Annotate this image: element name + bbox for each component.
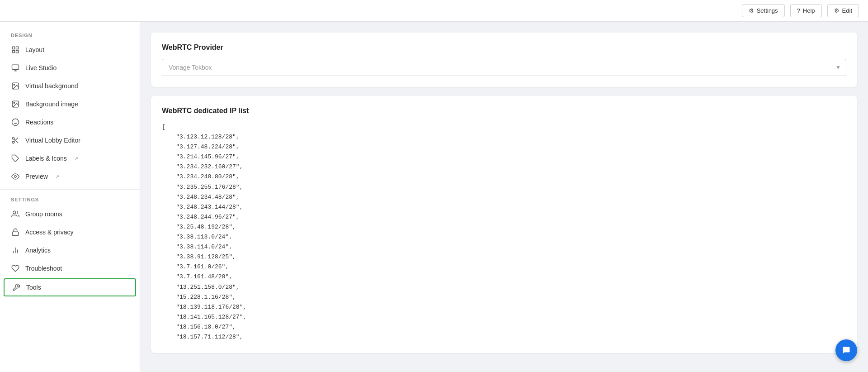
sidebar-item-reactions[interactable]: Reactions bbox=[0, 113, 140, 131]
webrtc-provider-card: WebRTC Provider Vonage Tokbox Twilio Ago… bbox=[151, 33, 857, 87]
external-link-icon-preview: ↗ bbox=[55, 174, 59, 180]
edit-icon: ⚙ bbox=[834, 7, 840, 14]
svg-line-17 bbox=[16, 141, 18, 143]
main-layout: DESIGN Layout Live Studio bbox=[0, 22, 868, 372]
sidebar-item-label-access-privacy: Access & privacy bbox=[25, 229, 74, 236]
webrtc-provider-select-wrapper: Vonage Tokbox Twilio Agora ▼ bbox=[162, 59, 846, 76]
ip-list-content: [ "3.123.12.128/28", "3.127.48.224/28", … bbox=[162, 122, 846, 342]
webrtc-provider-title: WebRTC Provider bbox=[162, 43, 846, 52]
settings-button[interactable]: ⚙ Settings bbox=[742, 4, 785, 17]
sidebar-item-label-tools: Tools bbox=[26, 284, 41, 291]
sidebar-item-label-preview: Preview bbox=[25, 173, 48, 180]
svg-point-10 bbox=[14, 102, 14, 103]
sidebar-item-virtual-background[interactable]: Virtual background bbox=[0, 77, 140, 95]
sidebar-item-label-labels-icons: Labels & Icons bbox=[25, 155, 67, 162]
sidebar-item-tools[interactable]: Tools bbox=[4, 278, 136, 296]
help-button[interactable]: ? Help bbox=[790, 4, 822, 17]
sidebar-item-label-reactions: Reactions bbox=[25, 119, 53, 126]
svg-rect-0 bbox=[12, 47, 14, 49]
webrtc-ip-list-title: WebRTC dedicated IP list bbox=[162, 107, 846, 115]
settings-section-label: SETTINGS bbox=[0, 193, 140, 205]
monitor-icon bbox=[11, 63, 20, 72]
svg-point-21 bbox=[13, 211, 16, 214]
sidebar-item-label-background-image: Background image bbox=[25, 100, 78, 108]
sidebar-item-group-rooms[interactable]: Group rooms bbox=[0, 205, 140, 223]
sidebar-item-labels-icons[interactable]: Labels & Icons ↗ bbox=[0, 149, 140, 167]
sidebar-item-background-image[interactable]: Background image bbox=[0, 95, 140, 113]
image-icon bbox=[11, 100, 20, 109]
topbar: ⚙ Settings ? Help ⚙ Edit bbox=[0, 0, 868, 22]
sidebar-divider bbox=[0, 189, 140, 190]
chat-button[interactable] bbox=[835, 339, 857, 361]
webrtc-ip-list-card: WebRTC dedicated IP list [ "3.123.12.128… bbox=[151, 96, 857, 353]
sidebar-item-label-layout: Layout bbox=[25, 46, 44, 53]
users-icon bbox=[11, 210, 20, 219]
svg-point-11 bbox=[12, 119, 19, 126]
wrench-icon bbox=[12, 283, 21, 292]
smile-icon bbox=[11, 118, 20, 127]
svg-line-18 bbox=[14, 139, 15, 140]
tag-icon bbox=[11, 154, 20, 163]
svg-point-8 bbox=[14, 84, 14, 85]
sidebar-item-label-virtual-lobby-editor: Virtual Lobby Editor bbox=[25, 137, 80, 144]
settings-icon: ⚙ bbox=[749, 7, 754, 14]
sidebar: DESIGN Layout Live Studio bbox=[0, 22, 140, 372]
sidebar-item-analytics[interactable]: Analytics bbox=[0, 241, 140, 259]
help-icon: ? bbox=[797, 7, 800, 14]
svg-point-14 bbox=[12, 137, 14, 139]
lock-icon bbox=[11, 228, 20, 237]
edit-button[interactable]: ⚙ Edit bbox=[827, 4, 859, 17]
svg-point-15 bbox=[12, 141, 14, 143]
sidebar-item-label-live-studio: Live Studio bbox=[25, 64, 57, 72]
sidebar-item-label-troubleshoot: Troubleshoot bbox=[25, 265, 62, 272]
grid-icon bbox=[11, 45, 20, 54]
external-link-icon-labels: ↗ bbox=[74, 156, 78, 162]
svg-rect-22 bbox=[12, 232, 19, 235]
sidebar-item-layout[interactable]: Layout bbox=[0, 41, 140, 59]
sidebar-item-access-privacy[interactable]: Access & privacy bbox=[0, 223, 140, 241]
sidebar-item-live-studio[interactable]: Live Studio bbox=[0, 59, 140, 77]
content-area: WebRTC Provider Vonage Tokbox Twilio Ago… bbox=[140, 22, 868, 372]
eye-icon bbox=[11, 172, 20, 181]
sidebar-item-virtual-lobby-editor[interactable]: Virtual Lobby Editor bbox=[0, 131, 140, 149]
heart-icon bbox=[11, 264, 20, 273]
scissors-icon bbox=[11, 136, 20, 145]
sidebar-item-label-group-rooms: Group rooms bbox=[25, 210, 62, 218]
svg-rect-1 bbox=[16, 47, 19, 49]
svg-rect-3 bbox=[16, 51, 19, 53]
sidebar-item-label-virtual-background: Virtual background bbox=[25, 82, 78, 90]
sidebar-item-label-analytics: Analytics bbox=[25, 247, 51, 254]
design-section-label: DESIGN bbox=[0, 29, 140, 41]
svg-rect-2 bbox=[12, 51, 14, 53]
svg-point-20 bbox=[14, 176, 17, 178]
svg-rect-4 bbox=[12, 65, 19, 70]
sidebar-item-preview[interactable]: Preview ↗ bbox=[0, 167, 140, 186]
webrtc-provider-select[interactable]: Vonage Tokbox Twilio Agora bbox=[162, 59, 846, 76]
analytics-icon bbox=[11, 246, 20, 255]
sidebar-item-troubleshoot[interactable]: Troubleshoot bbox=[0, 259, 140, 277]
image-bg-icon bbox=[11, 81, 20, 91]
